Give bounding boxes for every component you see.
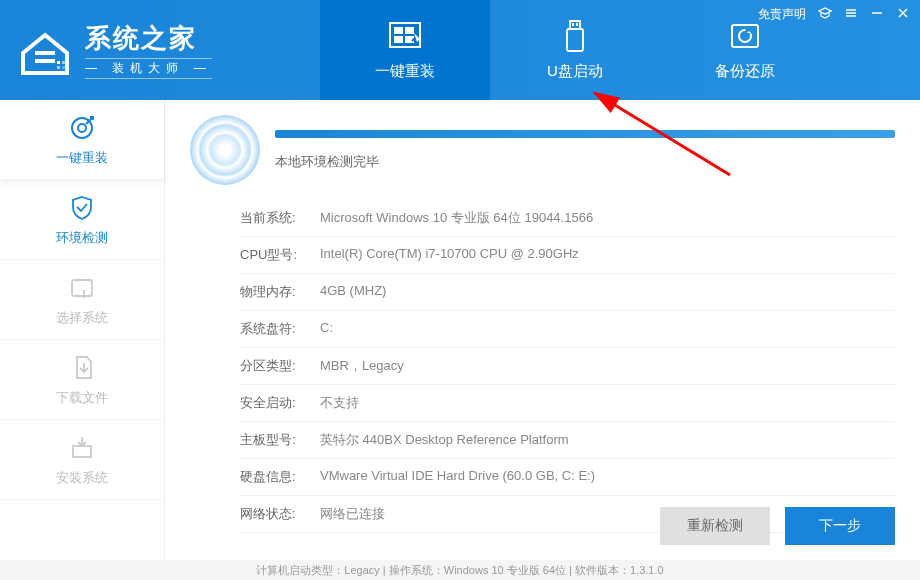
logo-area: 系统之家 装机大师: [0, 21, 320, 79]
svg-rect-9: [394, 36, 403, 43]
info-table: 当前系统:Microsoft Windows 10 专业版 64位 19044.…: [240, 200, 895, 533]
info-value: VMware Virtual IDE Hard Drive (60.0 GB, …: [320, 468, 895, 486]
folder-icon: [67, 273, 97, 303]
svg-rect-2: [57, 61, 60, 64]
info-row: 分区类型:MBR，Legacy: [240, 348, 895, 385]
close-button[interactable]: [896, 6, 910, 23]
minimize-button[interactable]: [870, 6, 884, 23]
info-label: 网络状态:: [240, 505, 320, 523]
info-row: 当前系统:Microsoft Windows 10 专业版 64位 19044.…: [240, 200, 895, 237]
info-row: 系统盘符:C:: [240, 311, 895, 348]
radar-icon: [190, 115, 260, 185]
svg-rect-5: [62, 66, 65, 69]
svg-rect-15: [732, 25, 758, 47]
info-label: 主板型号:: [240, 431, 320, 449]
sidebar-item-env[interactable]: 环境检测: [0, 180, 164, 260]
titlebar-controls: 免责声明: [758, 6, 910, 23]
svg-point-24: [78, 124, 86, 132]
info-label: 分区类型:: [240, 357, 320, 375]
info-label: 物理内存:: [240, 283, 320, 301]
info-label: 系统盘符:: [240, 320, 320, 338]
info-value: Intel(R) Core(TM) i7-10700 CPU @ 2.90GHz: [320, 246, 895, 264]
info-value: MBR，Legacy: [320, 357, 895, 375]
download-icon: [67, 353, 97, 383]
progress-row: 本地环境检测完毕: [190, 115, 895, 185]
svg-rect-28: [73, 446, 91, 457]
svg-rect-11: [570, 21, 580, 29]
svg-rect-4: [57, 66, 60, 69]
nav-tab-usb[interactable]: U盘启动: [490, 0, 660, 100]
sidebar: 一键重装 环境检测 选择系统 下载文件: [0, 100, 165, 560]
main-content: 本地环境检测完毕 当前系统:Microsoft Windows 10 专业版 6…: [165, 100, 920, 560]
target-icon: [67, 113, 97, 143]
shield-icon: [67, 193, 97, 223]
svg-rect-3: [62, 61, 65, 64]
retest-button[interactable]: 重新检测: [660, 507, 770, 545]
nav-tab-label: 一键重装: [375, 62, 435, 81]
sidebar-item-install[interactable]: 安装系统: [0, 420, 164, 500]
next-button[interactable]: 下一步: [785, 507, 895, 545]
usb-icon: [554, 19, 596, 54]
sidebar-label: 环境检测: [56, 229, 108, 247]
info-row: 物理内存:4GB (MHZ): [240, 274, 895, 311]
sidebar-label: 一键重装: [56, 149, 108, 167]
info-label: 当前系统:: [240, 209, 320, 227]
info-row: 硬盘信息:VMware Virtual IDE Hard Drive (60.0…: [240, 459, 895, 496]
info-value: C:: [320, 320, 895, 338]
menu-icon[interactable]: [844, 6, 858, 23]
disclaimer-link[interactable]: 免责声明: [758, 6, 806, 23]
nav-tab-label: 备份还原: [715, 62, 775, 81]
logo-text: 系统之家 装机大师: [85, 21, 212, 79]
progress-area: 本地环境检测完毕: [275, 130, 895, 171]
info-label: 硬盘信息:: [240, 468, 320, 486]
sidebar-label: 下载文件: [56, 389, 108, 407]
progress-bar: [275, 130, 895, 138]
svg-rect-1: [35, 59, 55, 63]
info-value: 4GB (MHZ): [320, 283, 895, 301]
sidebar-item-reinstall[interactable]: 一键重装: [0, 100, 164, 180]
body: 一键重装 环境检测 选择系统 下载文件: [0, 100, 920, 560]
sidebar-item-select[interactable]: 选择系统: [0, 260, 164, 340]
svg-rect-13: [576, 23, 578, 26]
logo-icon: [15, 23, 75, 78]
info-label: 安全启动:: [240, 394, 320, 412]
info-row: 主板型号:英特尔 440BX Desktop Reference Platfor…: [240, 422, 895, 459]
logo-title: 系统之家: [85, 21, 212, 56]
info-value: 不支持: [320, 394, 895, 412]
info-row: CPU型号:Intel(R) Core(TM) i7-10700 CPU @ 2…: [240, 237, 895, 274]
sidebar-label: 安装系统: [56, 469, 108, 487]
footer-text: 计算机启动类型：Legacy | 操作系统：Windows 10 专业版 64位…: [256, 563, 663, 578]
svg-rect-7: [394, 27, 403, 34]
header: 系统之家 装机大师 一键重装: [0, 0, 920, 100]
svg-rect-14: [567, 29, 583, 51]
sidebar-item-download[interactable]: 下载文件: [0, 340, 164, 420]
graduation-icon[interactable]: [818, 6, 832, 23]
sidebar-label: 选择系统: [56, 309, 108, 327]
progress-label: 本地环境检测完毕: [275, 153, 895, 171]
windows-icon: [384, 19, 426, 54]
info-value: 英特尔 440BX Desktop Reference Platform: [320, 431, 895, 449]
svg-rect-0: [35, 51, 55, 55]
svg-rect-8: [405, 27, 414, 34]
backup-icon: [724, 19, 766, 54]
info-value: Microsoft Windows 10 专业版 64位 19044.1566: [320, 209, 895, 227]
install-icon: [67, 433, 97, 463]
svg-rect-12: [572, 23, 574, 26]
footer: 计算机启动类型：Legacy | 操作系统：Windows 10 专业版 64位…: [0, 560, 920, 580]
nav-tabs: 一键重装 U盘启动: [320, 0, 830, 100]
app-window: 系统之家 装机大师 一键重装: [0, 0, 920, 580]
logo-subtitle: 装机大师: [85, 58, 212, 79]
info-label: CPU型号:: [240, 246, 320, 264]
action-buttons: 重新检测 下一步: [660, 507, 895, 545]
info-row: 安全启动:不支持: [240, 385, 895, 422]
nav-tab-reinstall[interactable]: 一键重装: [320, 0, 490, 100]
nav-tab-label: U盘启动: [547, 62, 603, 81]
